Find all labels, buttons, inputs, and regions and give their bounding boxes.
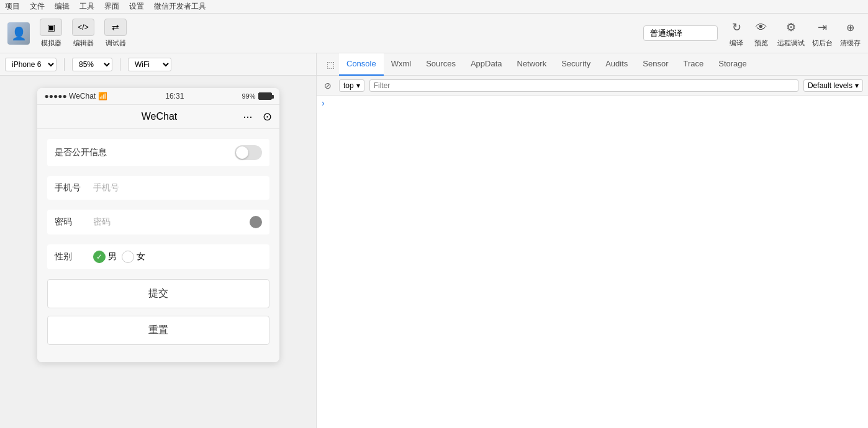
devtools-panel: ⬚ Console Wxml Sources AppData Network S… — [317, 53, 868, 428]
menu-item-interface[interactable]: 界面 — [104, 1, 119, 12]
device-screen-area: ●●●●● WeChat 📶 16:31 99% WeChat ··· — [0, 76, 316, 428]
editor-button[interactable]: </> 编辑器 — [72, 19, 94, 48]
clear-cache-label: 清缓存 — [840, 38, 861, 48]
gender-male-option[interactable]: 男 — [93, 251, 117, 263]
main-area: iPhone 6 iPhone 7 iPhone 8 iPhone X 85% … — [0, 53, 868, 428]
tab-sensor[interactable]: Sensor — [635, 53, 676, 76]
device-controls-bar: iPhone 6 iPhone 7 iPhone 8 iPhone X 85% … — [0, 53, 316, 76]
tab-console[interactable]: Console — [339, 53, 384, 76]
tab-audits[interactable]: Audits — [598, 53, 635, 76]
preview-button[interactable]: 👁 预览 — [753, 19, 770, 48]
wifi-icon: 📶 — [98, 92, 107, 100]
remote-debug-icon: ⚙ — [782, 19, 800, 36]
phone-input-placeholder[interactable]: 手机号 — [93, 182, 119, 194]
editor-icon: </> — [72, 19, 94, 36]
gender-label: 性别 — [55, 251, 86, 262]
tab-network[interactable]: Network — [510, 53, 554, 76]
remote-debug-button[interactable]: ⚙ 远程调试 — [777, 19, 805, 48]
toolbar: ▣ 模拟器 </> 编辑器 ⇄ 调试器 普通编译 ↻ 编译 👁 预览 ⚙ 远程调… — [0, 14, 868, 53]
device-screen: ●●●●● WeChat 📶 16:31 99% WeChat ··· — [37, 88, 279, 362]
tab-sources[interactable]: Sources — [418, 53, 463, 76]
gender-female-radio[interactable] — [122, 251, 134, 263]
phone-row: 手机号 手机号 — [47, 176, 269, 200]
password-circle-icon — [250, 216, 262, 228]
public-info-toggle[interactable] — [235, 145, 262, 160]
public-info-row: 是否公开信息 — [47, 139, 269, 166]
context-caret-down-icon: ▾ — [356, 81, 360, 90]
toolbar-right-buttons: ↻ 编译 👁 预览 ⚙ 远程调试 ⇥ 切后台 ⊕ 清缓存 — [728, 19, 861, 48]
context-label: top — [343, 81, 354, 90]
clear-cache-icon: ⊕ — [842, 19, 859, 36]
compile-dropdown[interactable]: 普通编译 — [643, 25, 718, 41]
compile-refresh-icon: ↻ — [728, 19, 745, 36]
device-divider-1 — [64, 58, 65, 71]
debugger-button[interactable]: ⇄ 调试器 — [104, 19, 127, 48]
inspect-icon[interactable]: ⬚ — [322, 53, 339, 76]
simulator-label: 模拟器 — [41, 38, 61, 48]
device-divider-2 — [120, 58, 120, 71]
password-input-placeholder[interactable]: 密码 — [93, 216, 111, 228]
menu-item-settings[interactable]: 设置 — [129, 1, 144, 12]
console-toolbar: ⊘ top ▾ Default levels ▾ — [317, 76, 868, 96]
filter-input[interactable] — [369, 79, 798, 92]
nav-right: ··· ⊙ — [243, 110, 271, 123]
camera-icon[interactable]: ⊙ — [263, 110, 272, 123]
gender-male-radio[interactable] — [93, 251, 106, 263]
debugger-label: 调试器 — [106, 38, 126, 48]
time-text: 16:31 — [165, 92, 184, 100]
status-left: ●●●●● WeChat 📶 — [45, 92, 108, 100]
compile-select-area: 普通编译 — [643, 25, 718, 41]
clear-cache-button[interactable]: ⊕ 清缓存 — [840, 19, 861, 48]
wechat-form-content: 是否公开信息 手机号 手机号 密码 — [37, 129, 279, 362]
context-select[interactable]: top ▾ — [339, 79, 364, 92]
menu-item-edit[interactable]: 编辑 — [55, 1, 70, 12]
compile-button[interactable]: ↻ 编译 — [728, 19, 745, 48]
level-select[interactable]: Default levels ▾ — [803, 79, 863, 92]
switch-backend-icon: ⇥ — [814, 19, 831, 36]
more-icon[interactable]: ··· — [243, 110, 252, 123]
editor-label: 编辑器 — [73, 38, 94, 48]
tab-security[interactable]: Security — [554, 53, 598, 76]
wechat-nav-bar: WeChat ··· ⊙ — [37, 105, 279, 129]
network-select[interactable]: WiFi 4G 3G 2G 无网络 — [128, 58, 171, 71]
device-model-select[interactable]: iPhone 6 iPhone 7 iPhone 8 iPhone X — [5, 58, 57, 71]
devtools-tab-bar: ⬚ Console Wxml Sources AppData Network S… — [317, 53, 868, 76]
password-label: 密码 — [55, 216, 86, 228]
simulator-button[interactable]: ▣ 模拟器 — [40, 19, 62, 48]
menu-item-file[interactable]: 文件 — [30, 1, 45, 12]
submit-button[interactable]: 提交 — [47, 279, 269, 308]
level-caret-down-icon: ▾ — [855, 81, 859, 90]
compile-label: 编译 — [730, 38, 743, 48]
toggle-knob — [236, 146, 248, 159]
zoom-select[interactable]: 85% 100% 75% 50% — [72, 58, 112, 71]
battery-pct-text: 99% — [242, 92, 255, 100]
tab-trace[interactable]: Trace — [676, 53, 712, 76]
status-right: 99% — [242, 92, 271, 100]
gender-female-option[interactable]: 女 — [122, 251, 145, 263]
carrier-text: ●●●●● WeChat — [45, 92, 96, 100]
switch-backend-button[interactable]: ⇥ 切后台 — [812, 19, 833, 48]
remote-debug-label: 远程调试 — [777, 38, 805, 48]
console-content: › — [317, 96, 868, 428]
battery-icon — [258, 92, 272, 100]
device-panel: iPhone 6 iPhone 7 iPhone 8 iPhone X 85% … — [0, 53, 317, 428]
block-button[interactable]: ⊘ — [322, 79, 334, 92]
public-info-label: 是否公开信息 — [55, 147, 107, 158]
console-caret[interactable]: › — [322, 98, 325, 108]
switch-backend-label: 切后台 — [812, 38, 833, 48]
avatar — [7, 22, 30, 45]
avatar-image — [7, 22, 30, 45]
tab-appdata[interactable]: AppData — [463, 53, 510, 76]
wechat-title: WeChat — [142, 111, 178, 122]
menu-item-wechat-devtools[interactable]: 微信开发者工具 — [154, 1, 206, 12]
menu-item-tools[interactable]: 工具 — [79, 1, 94, 12]
simulator-icon: ▣ — [40, 19, 62, 36]
wechat-status-bar: ●●●●● WeChat 📶 16:31 99% — [37, 88, 279, 105]
reset-button[interactable]: 重置 — [47, 316, 269, 345]
password-row: 密码 密码 — [47, 210, 269, 234]
tab-storage[interactable]: Storage — [711, 53, 754, 76]
tab-wxml[interactable]: Wxml — [384, 53, 419, 76]
menu-item-project[interactable]: 项目 — [5, 1, 20, 12]
debugger-icon: ⇄ — [104, 19, 127, 36]
gender-female-label: 女 — [137, 251, 145, 262]
